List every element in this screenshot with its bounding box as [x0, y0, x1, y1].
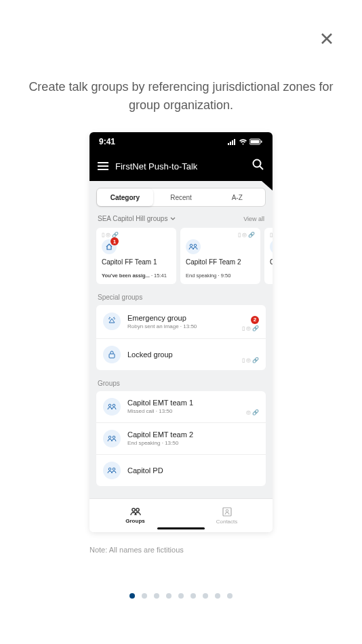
onboarding-heading: Create talk groups by referencing jurisd…: [0, 78, 362, 115]
list-sub: Robyn sent an image · 13:50: [127, 323, 242, 329]
group-icon: [103, 398, 121, 416]
groups-icon: [129, 507, 142, 517]
list-item[interactable]: Emergency group Robyn sent an image · 13…: [96, 305, 266, 338]
group-icon: [186, 239, 201, 254]
tab-category[interactable]: Category: [97, 188, 153, 206]
group-card[interactable]: ▯ ◎ 🔗 Capitol FF Team 2 End speaking · 9…: [180, 228, 260, 284]
svg-point-11: [108, 468, 111, 470]
groups-list: Capitol EMT team 1 Missed call · 13:50 ◎…: [96, 391, 266, 486]
status-time: 9:41: [99, 137, 115, 146]
view-all-link[interactable]: View all: [243, 216, 264, 222]
list-item[interactable]: Locked group ▯ ◎ 🔗: [96, 338, 266, 370]
header-decoration: [262, 181, 273, 190]
list-item[interactable]: Capitol EMT team 2 End speaking · 13:50: [96, 422, 266, 454]
card-sub: End speaking · 9:50: [186, 273, 255, 279]
card-meta-icons: ▯ ◎ 🔗: [186, 232, 255, 238]
close-button[interactable]: [319, 31, 335, 47]
special-groups-list: Emergency group Robyn sent an image · 13…: [96, 305, 266, 370]
notification-badge: 2: [251, 316, 259, 324]
svg-point-16: [226, 510, 228, 512]
group-card[interactable]: ▯ ◎ 🔗 1 Capitol FF Team 1 You've been as…: [96, 228, 176, 284]
chevron-down-icon: [170, 217, 176, 221]
status-bar: 9:41: [89, 132, 273, 151]
section-title-groups: Groups: [89, 370, 273, 391]
svg-point-14: [136, 508, 138, 511]
search-button[interactable]: [252, 159, 264, 174]
list-item[interactable]: Capitol PD: [96, 454, 266, 486]
zone-row: SEA Capitol Hill groups View all: [89, 212, 273, 228]
svg-point-4: [190, 244, 193, 247]
svg-point-5: [194, 244, 197, 247]
nav-label: Groups: [125, 518, 144, 524]
pagination-dot[interactable]: [227, 593, 233, 599]
search-icon: [252, 159, 264, 171]
phone-mockup: 9:41 FirstNet Push-to-Talk Category Rece…: [89, 132, 273, 532]
pagination-dot[interactable]: [142, 593, 147, 599]
home-icon: 1: [102, 239, 117, 254]
card-meta-icons: ▯ ◎ 🔗: [102, 232, 171, 238]
app-header: FirstNet Push-to-Talk: [89, 151, 273, 181]
list-name: Locked group: [127, 350, 242, 359]
group-icon: [103, 462, 121, 479]
svg-point-12: [113, 468, 115, 470]
pagination-dot[interactable]: [129, 593, 135, 599]
menu-button[interactable]: [98, 162, 108, 170]
item-meta-icons: ▯ ◎ 🔗: [242, 325, 259, 331]
list-name: Emergency group: [127, 314, 242, 322]
cellular-icon: [227, 138, 237, 145]
zone-dropdown[interactable]: SEA Capitol Hill groups: [98, 215, 176, 222]
svg-point-8: [113, 404, 115, 407]
item-meta-icons: ◎ 🔗: [246, 409, 259, 416]
list-sub: End speaking · 13:50: [127, 440, 259, 446]
group-icon: [103, 430, 121, 447]
list-name: Capitol EMT team 2: [127, 430, 259, 439]
svg-point-7: [108, 404, 111, 407]
home-indicator: [157, 527, 205, 529]
pagination-dot[interactable]: [166, 593, 172, 599]
tab-recent[interactable]: Recent: [153, 188, 209, 206]
pagination-dot[interactable]: [154, 593, 159, 599]
battery-icon: [249, 138, 263, 145]
alert-icon: [103, 313, 121, 330]
svg-rect-1: [251, 140, 260, 144]
pagination-dot[interactable]: [203, 593, 208, 599]
app-title: FirstNet Push-to-Talk: [115, 161, 197, 172]
card-name: Capitol FF Team 1: [102, 258, 171, 266]
card-name: Capitol FF Team 2: [186, 258, 255, 266]
svg-point-13: [132, 508, 134, 511]
list-sub: Missed call · 13:50: [127, 408, 246, 414]
card-meta-icons: ▯: [270, 232, 273, 238]
filter-tabs: Category Recent A-Z: [96, 188, 266, 207]
tab-az[interactable]: A-Z: [209, 188, 265, 206]
list-name: Capitol EMT team 1: [127, 399, 246, 407]
list-name: Capitol PD: [127, 466, 259, 475]
footnote: Note: All names are fictitious: [89, 546, 184, 554]
svg-rect-6: [109, 354, 115, 358]
wifi-icon: [239, 138, 247, 145]
pagination-dot[interactable]: [178, 593, 184, 599]
lock-icon: [103, 346, 121, 363]
svg-point-9: [108, 436, 111, 439]
card-name: Ca: [270, 258, 273, 266]
section-title-special: Special groups: [89, 284, 273, 305]
bottom-nav: Groups Contacts: [89, 498, 273, 532]
card-sub: You've been assig... · 15:41: [102, 273, 171, 279]
zone-label-text: SEA Capitol Hill groups: [98, 215, 167, 222]
pagination-dots: [0, 593, 362, 599]
list-item[interactable]: Capitol EMT team 1 Missed call · 13:50 ◎…: [96, 391, 266, 422]
phone-body: Category Recent A-Z SEA Capitol Hill gro…: [89, 181, 273, 498]
notification-badge: 1: [110, 237, 119, 245]
zone-cards: ▯ ◎ 🔗 1 Capitol FF Team 1 You've been as…: [89, 228, 273, 284]
pagination-dot[interactable]: [215, 593, 220, 599]
group-icon: [270, 239, 273, 254]
svg-rect-2: [261, 141, 262, 143]
svg-point-3: [254, 160, 261, 167]
contacts-icon: [222, 506, 233, 517]
item-meta-icons: ▯ ◎ 🔗: [242, 357, 259, 363]
nav-label: Contacts: [216, 519, 238, 525]
svg-point-10: [113, 436, 115, 439]
pagination-dot[interactable]: [190, 593, 196, 599]
status-icons: [227, 138, 263, 145]
group-card[interactable]: ▯ Ca: [264, 228, 273, 284]
